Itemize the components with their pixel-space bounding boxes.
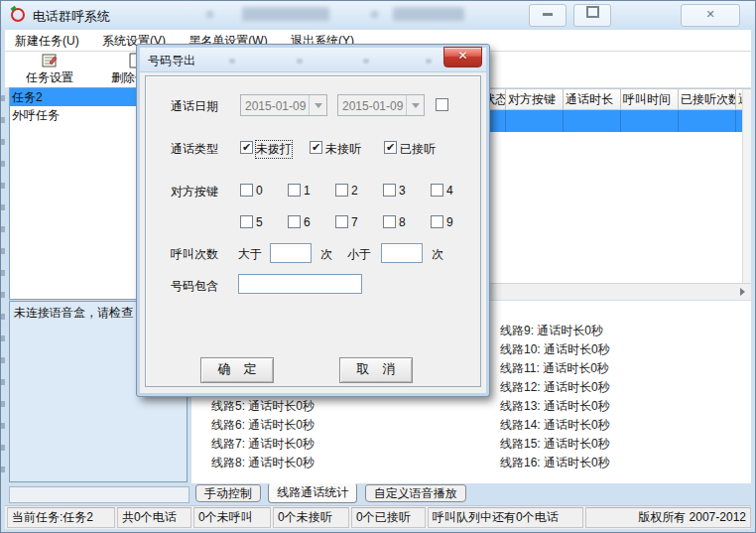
glass-artifact bbox=[229, 59, 235, 64]
close-window-button[interactable]: ✕ bbox=[681, 4, 740, 27]
line-stat: 线路9: 通话时长0秒 bbox=[500, 322, 610, 340]
not-dialed-label: 未拨打 bbox=[256, 141, 292, 158]
key-option-3[interactable]: 3 bbox=[383, 184, 406, 198]
line-stats-left-column: 线路5: 通话时长0秒 线路6: 通话时长0秒 线路7: 通话时长0秒 线路8:… bbox=[211, 397, 315, 472]
call-type-option[interactable]: ✔ 未拨打 bbox=[240, 141, 292, 158]
key-7-checkbox[interactable] bbox=[335, 215, 348, 228]
tab-line-call-stats[interactable]: 线路通话统计 bbox=[268, 483, 357, 503]
menu-new-task[interactable]: 新建任务(U) bbox=[5, 30, 89, 51]
not-dialed-checkbox[interactable]: ✔ bbox=[240, 141, 253, 154]
status-current-task: 当前任务:任务2 bbox=[7, 507, 115, 528]
key-option-9[interactable]: 9 bbox=[431, 215, 453, 229]
row-cell bbox=[679, 110, 736, 132]
tab-custom-voice-play[interactable]: 自定义语音播放 bbox=[365, 484, 466, 502]
line-stat: 线路6: 通话时长0秒 bbox=[211, 416, 315, 435]
key-1-checkbox[interactable] bbox=[288, 184, 301, 197]
key-option-2[interactable]: 2 bbox=[335, 184, 358, 198]
key-option-7[interactable]: 7 bbox=[335, 215, 358, 229]
answered-checkbox[interactable]: ✔ bbox=[384, 141, 397, 154]
ok-button[interactable]: 确 定 bbox=[200, 357, 274, 383]
number-contains-input[interactable] bbox=[238, 274, 362, 294]
line-stat: 线路5: 通话时长0秒 bbox=[211, 397, 315, 416]
col-answered-count[interactable]: 已接听次数 bbox=[679, 89, 736, 109]
key-option-4[interactable]: 4 bbox=[431, 184, 453, 198]
task-settings-icon bbox=[41, 53, 59, 69]
key-option-6[interactable]: 6 bbox=[288, 215, 311, 229]
glass-artifact bbox=[242, 7, 329, 21]
greater-than-label: 大于 bbox=[238, 246, 262, 263]
key-2-checkbox[interactable] bbox=[335, 184, 348, 197]
status-copyright: 版权所有 2007-2012 bbox=[585, 507, 751, 528]
scroll-right-button[interactable] bbox=[734, 285, 750, 299]
restore-icon bbox=[586, 6, 599, 18]
window-title: 电话群呼系统 bbox=[33, 8, 110, 26]
call-type-option[interactable]: ✔ 未接听 bbox=[310, 141, 361, 158]
close-icon: ✕ bbox=[705, 8, 714, 20]
key-7-label: 7 bbox=[351, 215, 358, 229]
restore-button[interactable] bbox=[573, 4, 611, 27]
key-option-5[interactable]: 5 bbox=[240, 215, 263, 229]
date-from-combo[interactable]: 2015-01-09 bbox=[240, 94, 327, 116]
status-not-called: 0个未呼叫 bbox=[193, 507, 271, 528]
voice-box-message: 未连接语音盒，请检查 bbox=[14, 306, 133, 320]
count-greater-input[interactable] bbox=[270, 243, 312, 263]
line-stat: 线路15: 通话时长0秒 bbox=[500, 435, 610, 454]
dialog-title: 号码导出 bbox=[148, 53, 195, 69]
not-answered-label: 未接听 bbox=[325, 141, 361, 158]
call-count-label: 呼叫次数 bbox=[171, 246, 218, 263]
glass-artifact bbox=[426, 59, 432, 64]
call-type-option[interactable]: ✔ 已接听 bbox=[384, 141, 436, 158]
line-stat: 线路16: 通话时长0秒 bbox=[500, 454, 610, 472]
left-bottom-strip bbox=[9, 486, 189, 503]
col-call-time[interactable]: 呼叫时间 bbox=[621, 89, 679, 109]
key-0-label: 0 bbox=[256, 184, 263, 198]
key-8-label: 8 bbox=[399, 215, 406, 229]
count-less-input[interactable] bbox=[381, 243, 423, 263]
times-unit-label: 次 bbox=[432, 246, 443, 263]
date-to-value: 2015-01-09 bbox=[342, 99, 403, 113]
key-option-0[interactable]: 0 bbox=[240, 184, 263, 198]
dialog-body: 通话日期 2015-01-09 2015-01-09 通话类型 ✔ 未拨打 ✔ … bbox=[145, 75, 481, 387]
dropdown-button[interactable] bbox=[309, 95, 326, 115]
key-6-checkbox[interactable] bbox=[288, 215, 301, 228]
status-not-answered: 0个未接听 bbox=[273, 507, 349, 528]
line-stat: 线路13: 通话时长0秒 bbox=[500, 397, 610, 416]
cancel-button[interactable]: 取 消 bbox=[339, 357, 413, 383]
chevron-down-icon bbox=[412, 103, 420, 108]
number-contains-label: 号码包含 bbox=[171, 278, 218, 295]
col-remote-key[interactable]: 对方按键 bbox=[506, 89, 564, 109]
number-export-dialog: 号码导出 ✕ 通话日期 2015-01-09 2015-01-09 通话类型 bbox=[137, 45, 489, 396]
key-9-checkbox[interactable] bbox=[431, 215, 443, 228]
key-option-1[interactable]: 1 bbox=[288, 184, 311, 198]
col-call-duration[interactable]: 通话时长 bbox=[564, 89, 621, 109]
vertical-scrollbar[interactable] bbox=[742, 89, 751, 284]
minimize-icon bbox=[543, 13, 553, 16]
glass-artifact bbox=[371, 11, 378, 18]
minimize-button[interactable] bbox=[529, 4, 567, 27]
dialog-close-button[interactable]: ✕ bbox=[443, 47, 482, 67]
not-answered-checkbox[interactable]: ✔ bbox=[310, 141, 322, 154]
key-5-checkbox[interactable] bbox=[240, 215, 253, 228]
task-settings-label: 任务设置 bbox=[9, 69, 90, 86]
key-2-label: 2 bbox=[351, 184, 358, 198]
task-settings-button[interactable]: 任务设置 bbox=[9, 53, 90, 86]
date-filter-checkbox[interactable] bbox=[436, 98, 448, 111]
key-option-8[interactable]: 8 bbox=[383, 215, 406, 229]
tab-manual-control[interactable]: 手动控制 bbox=[195, 484, 261, 502]
row-cell bbox=[564, 110, 621, 132]
glass-artifact bbox=[363, 59, 369, 64]
key-3-checkbox[interactable] bbox=[383, 184, 396, 197]
key-8-checkbox[interactable] bbox=[383, 215, 396, 228]
key-0-checkbox[interactable] bbox=[240, 184, 253, 197]
key-1-label: 1 bbox=[304, 184, 311, 198]
key-9-label: 9 bbox=[446, 215, 453, 229]
line-stat: 线路8: 通话时长0秒 bbox=[211, 454, 315, 472]
line-stat: 线路10: 通话时长0秒 bbox=[500, 340, 610, 359]
dialog-title-bar: 号码导出 bbox=[140, 48, 486, 72]
call-date-label: 通话日期 bbox=[171, 98, 218, 115]
key-3-label: 3 bbox=[399, 184, 406, 198]
date-to-combo[interactable]: 2015-01-09 bbox=[337, 94, 425, 116]
dropdown-button[interactable] bbox=[406, 95, 424, 115]
key-4-checkbox[interactable] bbox=[431, 184, 443, 197]
app-logo-icon bbox=[11, 8, 25, 22]
